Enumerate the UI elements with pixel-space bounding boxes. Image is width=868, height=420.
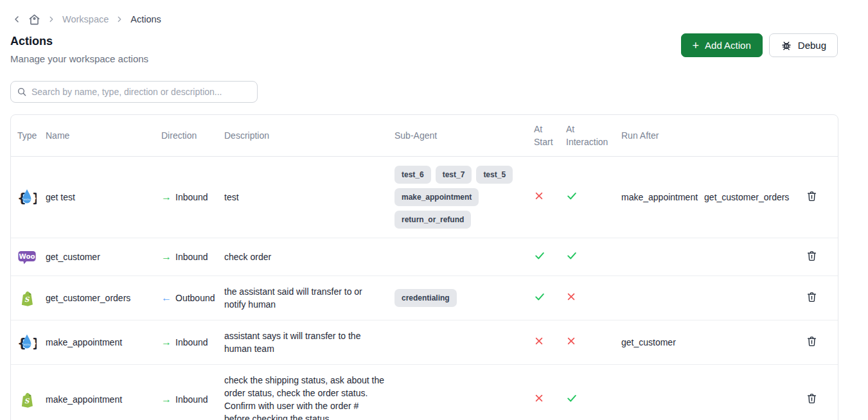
at-interaction-cell bbox=[566, 383, 621, 416]
sub-agent-chip: test_7 bbox=[436, 166, 472, 184]
type-cell: S bbox=[17, 381, 46, 418]
delete-action-button[interactable] bbox=[803, 188, 820, 207]
sub-agent-cell: test_6test_7test_5make_appointmentreturn… bbox=[394, 157, 534, 238]
sub-agent-chip: credentialing bbox=[394, 289, 457, 307]
direction-cell: →Inbound bbox=[161, 327, 224, 358]
type-cell: S bbox=[17, 279, 46, 317]
arrow-left-icon: ← bbox=[161, 293, 172, 303]
direction-value: →Inbound bbox=[161, 336, 208, 349]
delete-action-button[interactable] bbox=[803, 247, 820, 267]
sub-agent-chips: credentialing bbox=[394, 289, 525, 307]
breadcrumb-current: Actions bbox=[130, 14, 161, 24]
actions-table: Type Name Direction Description Sub-Agen… bbox=[10, 114, 838, 420]
direction-value: ←Outbound bbox=[161, 292, 215, 304]
svg-text:}: } bbox=[32, 191, 37, 206]
type-cell: Woo bbox=[17, 238, 46, 276]
action-description: check the shipping status, ask about the… bbox=[224, 365, 394, 420]
action-description: the assistant said will transfer to or n… bbox=[224, 276, 394, 320]
page-subtitle: Manage your workspace actions bbox=[10, 53, 148, 64]
home-icon[interactable] bbox=[28, 13, 40, 26]
action-name: make_appointment bbox=[46, 384, 161, 415]
run-after-cell: make_appointmentget_customer_orders bbox=[621, 182, 803, 213]
at-start-cell bbox=[534, 327, 566, 358]
add-action-button[interactable]: + Add Action bbox=[681, 33, 763, 57]
row-actions-cell bbox=[803, 279, 831, 317]
type-cell: {}RESTful bbox=[17, 324, 46, 361]
action-name: get test bbox=[46, 182, 161, 213]
shopify-icon: S bbox=[17, 288, 37, 308]
svg-text:Woo: Woo bbox=[19, 252, 35, 260]
arrow-right-icon: → bbox=[161, 394, 172, 405]
arrow-right-icon: → bbox=[161, 192, 172, 202]
table-row: {}RESTfulget test→Inboundtesttest_6test_… bbox=[11, 157, 838, 238]
run-after-cell bbox=[621, 289, 803, 307]
column-header-type: Type bbox=[17, 121, 46, 150]
trash-icon bbox=[806, 335, 818, 349]
debug-label: Debug bbox=[798, 40, 826, 51]
run-after-cell bbox=[621, 390, 803, 408]
sub-agent-chip: test_5 bbox=[476, 166, 513, 184]
debug-button[interactable]: Debug bbox=[769, 33, 838, 57]
delete-action-button[interactable] bbox=[803, 390, 820, 409]
delete-action-button[interactable] bbox=[803, 288, 820, 308]
at-start-cell bbox=[534, 182, 566, 213]
at-interaction-cell bbox=[566, 181, 621, 214]
column-header-name: Name bbox=[46, 121, 161, 150]
cross-icon bbox=[534, 191, 544, 204]
at-interaction-cell bbox=[566, 241, 621, 274]
check-icon bbox=[566, 392, 578, 407]
column-header-at-start: At Start bbox=[534, 115, 566, 156]
check-icon bbox=[534, 291, 545, 306]
sub-agent-chip: make_appointment bbox=[394, 188, 479, 206]
back-chevron-icon[interactable] bbox=[12, 14, 22, 24]
run-after-cell bbox=[621, 248, 803, 266]
cross-icon bbox=[534, 393, 544, 407]
action-description: assistant says it will transfer to the h… bbox=[224, 320, 394, 364]
svg-text:RESTful: RESTful bbox=[23, 198, 31, 201]
search-icon bbox=[17, 87, 27, 100]
direction-label: Outbound bbox=[175, 292, 215, 304]
run-after-list: get_customer bbox=[621, 336, 794, 349]
row-actions-cell bbox=[803, 238, 831, 276]
arrow-right-icon: → bbox=[161, 252, 172, 262]
table-row: Smake_appointment→Inboundcheck the shipp… bbox=[11, 365, 838, 420]
row-actions-cell bbox=[803, 179, 831, 216]
arrow-right-icon: → bbox=[161, 337, 172, 347]
check-icon bbox=[566, 190, 578, 205]
row-actions-cell bbox=[803, 324, 831, 361]
search-input[interactable] bbox=[10, 81, 258, 103]
run-after-cell: get_customer bbox=[621, 327, 803, 358]
check-icon bbox=[534, 250, 545, 265]
run-after-item: get_customer_orders bbox=[704, 191, 789, 204]
column-header-description: Description bbox=[224, 121, 394, 150]
action-name: get_customer bbox=[46, 241, 161, 272]
run-after-list: make_appointmentget_customer_orders bbox=[621, 191, 794, 204]
direction-cell: ←Outbound bbox=[161, 283, 224, 313]
at-interaction-cell bbox=[566, 327, 621, 358]
breadcrumb: Workspace Actions bbox=[0, 0, 868, 26]
direction-cell: →Inbound bbox=[161, 384, 224, 415]
delete-action-button[interactable] bbox=[803, 333, 820, 352]
action-description: check order bbox=[224, 241, 394, 272]
svg-text:RESTful: RESTful bbox=[23, 344, 31, 346]
bug-icon bbox=[781, 40, 792, 51]
at-start-cell bbox=[534, 384, 566, 416]
trash-icon bbox=[806, 190, 818, 204]
sub-agent-cell: credentialing bbox=[394, 280, 534, 316]
chevron-right-icon bbox=[47, 15, 56, 24]
page-title: Actions bbox=[10, 35, 148, 48]
type-cell: {}RESTful bbox=[17, 179, 46, 216]
sub-agent-cell bbox=[394, 333, 534, 351]
sub-agent-cell bbox=[394, 248, 534, 266]
direction-value: →Inbound bbox=[161, 250, 208, 263]
run-after-item: make_appointment bbox=[621, 191, 698, 204]
row-actions-cell bbox=[803, 381, 831, 418]
action-description: test bbox=[224, 182, 394, 213]
column-header-actions bbox=[803, 128, 831, 143]
at-interaction-cell bbox=[566, 283, 621, 314]
breadcrumb-workspace-link[interactable]: Workspace bbox=[62, 14, 109, 24]
plus-icon: + bbox=[693, 40, 700, 51]
trash-icon bbox=[806, 291, 818, 305]
table-header-row: Type Name Direction Description Sub-Agen… bbox=[11, 115, 838, 157]
column-header-sub-agent: Sub-Agent bbox=[394, 121, 534, 150]
